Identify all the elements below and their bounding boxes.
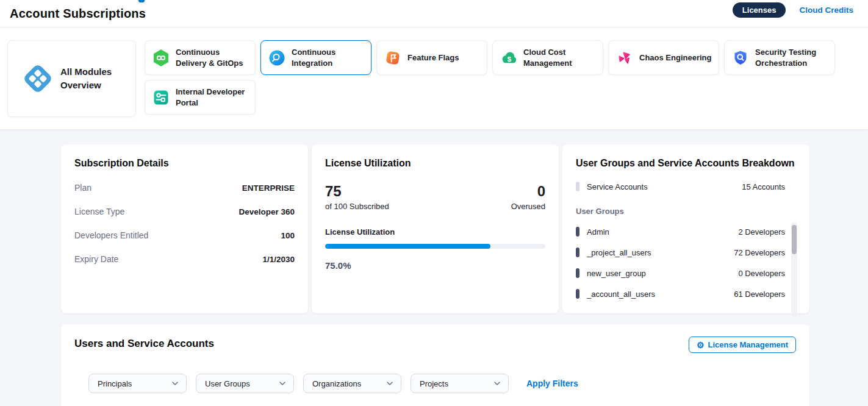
all-modules-overview-label: All Modules Overview [60,65,127,92]
cloud-credits-tab[interactable]: Cloud Credits [799,5,853,15]
module-card-label: Security Testing Orchestration [755,47,828,68]
svg-text:$: $ [508,55,512,62]
user-group-count: 0 Developers [738,269,785,278]
gear-icon: ⚙ [697,341,705,349]
service-accounts-count: 15 Accounts [742,182,785,191]
user-group-count: 2 Developers [738,227,785,237]
license-management-label: License Management [708,340,789,349]
module-card-feature-flags[interactable]: Feature Flags [376,40,487,75]
cut-off-nav-indicator [138,0,145,2]
user-group-count: 61 Developers [734,290,785,299]
utilization-percent-label: 75.0% [325,260,545,271]
summary-cards-row: Subscription Details Plan ENTERPRISE Lic… [0,129,868,313]
user-groups-heading: User Groups [576,207,796,216]
utilization-bar-label: License Utilization [325,227,545,237]
user-group-row: new_user_group 0 Developers [576,268,785,278]
module-card-continuous-integration[interactable]: Continuous Integration [260,40,371,75]
module-card-label: Cloud Cost Management [523,47,597,68]
module-card-cd-gitops[interactable]: Continuous Delivery & GitOps [145,40,256,75]
internal-developer-portal-icon [152,89,170,106]
detail-row-license-type: License Type Developer 360 [74,207,295,216]
detail-value: ENTERPRISE [242,183,295,193]
user-groups-dropdown[interactable]: User Groups [196,374,294,393]
cd-gitops-icon [152,49,170,66]
detail-value: Developer 360 [239,207,295,216]
subscribed-caption: of 100 Subscribed [325,202,389,211]
license-utilization-title: License Utilization [325,158,545,169]
apply-filters-link[interactable]: Apply Filters [526,379,578,388]
user-groups-list[interactable]: Admin 2 Developers _project_all_users 72… [576,227,796,299]
subscribed-count: 75 [325,183,389,199]
users-and-service-accounts-card: Users and Service Accounts ⚙ License Man… [61,324,809,406]
detail-label: Plan [74,183,91,193]
organizations-dropdown[interactable]: Organizations [303,374,401,393]
security-testing-icon [732,49,749,66]
groups-scrollbar-thumb[interactable] [792,225,797,254]
user-group-row: _account_all_users 61 Developers [576,289,785,299]
breakdown-card: User Groups and Service Accounts Breakdo… [562,144,809,313]
detail-row-plan: Plan ENTERPRISE [74,183,295,193]
module-card-security-testing[interactable]: Security Testing Orchestration [724,40,835,75]
user-group-marker [576,268,579,278]
user-group-marker [576,227,579,237]
detail-row-expiry-date: Expiry Date 1/1/2030 [74,254,295,264]
principals-dropdown[interactable]: Principals [88,374,187,393]
cloud-cost-icon: $ [500,49,517,66]
user-group-count: 72 Developers [734,248,785,257]
overused-stat: 0 Overused [511,183,545,211]
all-modules-icon [21,62,54,95]
module-selector-band: All Modules Overview Continuous Delivery… [0,27,868,129]
module-card-label: Feature Flags [407,52,459,63]
chevron-down-icon [279,381,286,386]
user-group-name: _account_all_users [587,290,655,299]
detail-value: 1/1/2030 [262,255,295,264]
detail-label: Developers Entitled [74,230,148,240]
user-group-name: _project_all_users [587,248,651,257]
utilization-progress-track [325,244,545,249]
filters-row: Principals User Groups Organizations Pro… [74,374,796,393]
module-card-chaos-engineering[interactable]: Chaos Engineering [608,40,719,75]
chevron-down-icon [171,381,179,386]
module-cards: Continuous Delivery & GitOps Continuous … [145,40,853,115]
subscribed-stat: 75 of 100 Subscribed [325,183,389,211]
breakdown-title: User Groups and Service Accounts Breakdo… [576,158,796,169]
user-group-marker [576,289,579,299]
chaos-engineering-icon [616,49,633,66]
groups-scrollbar[interactable] [791,223,797,317]
license-utilization-card: License Utilization 75 of 100 Subscribed… [312,144,559,313]
detail-label: Expiry Date [74,254,118,264]
dropdown-label: User Groups [205,379,250,388]
chevron-down-icon [386,381,393,386]
module-card-label: Continuous Delivery & GitOps [176,47,249,68]
licenses-tab[interactable]: Licenses [733,2,786,18]
module-card-label: Chaos Engineering [639,52,711,63]
utilization-progress-fill [325,244,490,249]
page-header: Account Subscriptions Licenses Cloud Cre… [0,0,868,27]
license-management-button[interactable]: ⚙ License Management [689,337,796,353]
detail-row-developers-entitled: Developers Entitled 100 [74,230,295,240]
user-group-name: new_user_group [587,269,646,278]
module-card-label: Continuous Integration [292,47,365,68]
user-group-name: Admin [587,227,609,237]
dropdown-label: Projects [420,379,448,388]
all-modules-overview-card[interactable]: All Modules Overview [7,40,136,117]
service-accounts-label: Service Accounts [587,182,648,191]
module-card-cloud-cost[interactable]: $ Cloud Cost Management [492,40,603,75]
detail-label: License Type [74,207,124,216]
module-card-label: Internal Developer Portal [176,87,249,108]
user-group-marker [576,248,579,257]
subscription-details-card: Subscription Details Plan ENTERPRISE Lic… [61,144,308,313]
projects-dropdown[interactable]: Projects [411,374,509,393]
overused-count: 0 [511,183,545,199]
ci-icon [268,49,285,66]
service-accounts-marker [576,182,579,191]
dropdown-label: Principals [98,379,132,388]
chevron-down-icon [493,381,501,386]
dropdown-label: Organizations [312,379,361,388]
page-title: Account Subscriptions [10,7,146,21]
overused-caption: Overused [511,202,545,211]
module-card-internal-developer-portal[interactable]: Internal Developer Portal [145,80,256,115]
service-accounts-row: Service Accounts 15 Accounts [576,182,796,191]
users-section-title: Users and Service Accounts [74,338,796,350]
user-group-row: _project_all_users 72 Developers [576,248,785,257]
